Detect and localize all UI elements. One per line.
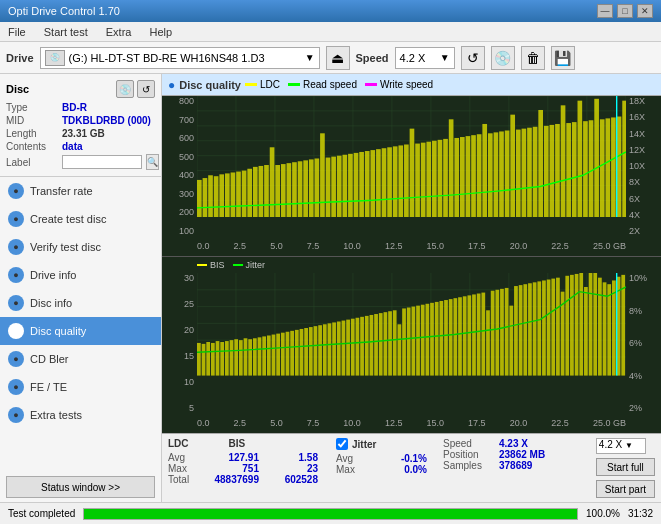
speed-label: Speed — [356, 52, 389, 64]
svg-rect-181 — [505, 288, 509, 376]
svg-rect-45 — [337, 156, 342, 218]
max-label: Max — [168, 463, 200, 474]
jitter-legend: Jitter — [233, 260, 266, 270]
svg-rect-58 — [410, 129, 415, 218]
jitter-label: Jitter — [246, 260, 266, 270]
svg-rect-206 — [621, 275, 625, 376]
svg-rect-158 — [398, 324, 402, 375]
menu-start-test[interactable]: Start test — [40, 24, 92, 40]
content-area: ● Disc quality LDC Read speed Write spee… — [162, 74, 661, 502]
drive-select[interactable]: 💿 (G:) HL-DT-ST BD-RE WH16NS48 1.D3 ▼ — [40, 47, 320, 69]
label-search-button[interactable]: 🔍 — [146, 154, 159, 170]
top-y-axis-left: 800 700 600 500 400 300 200 100 — [162, 96, 197, 236]
nav-cd-bler-label: CD Bler — [30, 353, 69, 365]
nav-cd-bler[interactable]: ● CD Bler — [0, 345, 161, 373]
svg-rect-165 — [430, 303, 434, 376]
svg-rect-167 — [439, 301, 443, 376]
nav-drive-info[interactable]: ● Drive info — [0, 261, 161, 289]
jitter-max-row: Max 0.0% — [336, 464, 427, 475]
drivebar: Drive 💿 (G:) HL-DT-ST BD-RE WH16NS48 1.D… — [0, 42, 661, 74]
status-window-button[interactable]: Status window >> — [6, 476, 155, 498]
speed-value: 4.2 X — [400, 52, 426, 64]
svg-rect-149 — [356, 318, 360, 376]
menu-file[interactable]: File — [4, 24, 30, 40]
elapsed-time: 31:32 — [628, 508, 653, 519]
max-row: Max 751 23 — [168, 463, 318, 474]
nav-transfer-rate[interactable]: ● Transfer rate — [0, 177, 161, 205]
svg-rect-78 — [522, 129, 527, 218]
nav-disc-info[interactable]: ● Disc info — [0, 289, 161, 317]
legend-top: LDC Read speed Write speed — [245, 79, 433, 90]
label-input[interactable] — [62, 155, 142, 169]
svg-rect-188 — [537, 281, 541, 375]
svg-rect-71 — [482, 124, 487, 217]
svg-rect-121 — [225, 341, 229, 376]
nav-drive-info-label: Drive info — [30, 269, 76, 281]
svg-rect-43 — [326, 158, 331, 218]
svg-rect-166 — [435, 302, 439, 376]
svg-rect-186 — [528, 283, 532, 375]
jitter-header: Jitter — [352, 439, 376, 450]
svg-rect-152 — [370, 315, 374, 376]
svg-rect-168 — [444, 300, 448, 376]
window-controls[interactable]: — □ ✕ — [597, 4, 653, 18]
svg-rect-116 — [202, 344, 206, 376]
svg-rect-22 — [208, 175, 213, 217]
menu-help[interactable]: Help — [145, 24, 176, 40]
maximize-button[interactable]: □ — [617, 4, 633, 18]
speed-row: Speed 4.23 X — [443, 438, 545, 449]
svg-rect-46 — [342, 155, 347, 217]
nav-extra-tests[interactable]: ● Extra tests — [0, 401, 161, 429]
svg-rect-190 — [547, 280, 551, 376]
speed-stat-label: Speed — [443, 438, 495, 449]
nav-create-test-disc[interactable]: ● Create test disc — [0, 205, 161, 233]
svg-rect-39 — [303, 160, 308, 217]
nav-verify-test-disc[interactable]: ● Verify test disc — [0, 233, 161, 261]
svg-rect-125 — [244, 338, 248, 375]
start-full-button[interactable]: Start full — [596, 458, 655, 476]
svg-rect-72 — [488, 133, 493, 217]
save-button[interactable]: 💾 — [551, 46, 575, 70]
titlebar: Opti Drive Control 1.70 — □ ✕ — [0, 0, 661, 22]
svg-rect-148 — [351, 319, 355, 376]
svg-rect-182 — [509, 306, 513, 376]
svg-rect-32 — [264, 165, 269, 217]
svg-rect-63 — [438, 140, 443, 217]
erase-button[interactable]: 🗑 — [521, 46, 545, 70]
svg-rect-127 — [253, 338, 257, 375]
refresh-button[interactable]: ↺ — [461, 46, 485, 70]
speed-dropdown[interactable]: 4.2 X ▼ — [596, 438, 646, 454]
eject-button[interactable]: ⏏ — [326, 46, 350, 70]
jitter-checkbox[interactable] — [336, 438, 348, 450]
svg-rect-189 — [542, 280, 546, 375]
speed-select[interactable]: 4.2 X ▼ — [395, 47, 455, 69]
drive-info-icon: ● — [8, 267, 24, 283]
svg-rect-69 — [471, 135, 476, 217]
nav-fe-te-label: FE / TE — [30, 381, 67, 393]
svg-rect-91 — [594, 99, 599, 217]
svg-rect-33 — [270, 147, 275, 217]
svg-rect-27 — [236, 172, 241, 218]
nav-disc-quality[interactable]: ● Disc quality — [0, 317, 161, 345]
svg-rect-57 — [404, 144, 409, 217]
close-button[interactable]: ✕ — [637, 4, 653, 18]
svg-rect-52 — [376, 149, 381, 217]
status-bar: Test completed 100.0% 31:32 — [0, 502, 661, 524]
legend-write-speed: Write speed — [365, 79, 433, 90]
read-speed-label: Read speed — [303, 79, 357, 90]
svg-rect-75 — [505, 131, 510, 218]
minimize-button[interactable]: — — [597, 4, 613, 18]
menu-extra[interactable]: Extra — [102, 24, 136, 40]
total-row: Total 48837699 602528 — [168, 474, 318, 485]
nav-create-test-disc-label: Create test disc — [30, 213, 106, 225]
nav-fe-te[interactable]: ● FE / TE — [0, 373, 161, 401]
svg-rect-55 — [393, 146, 398, 217]
svg-rect-173 — [467, 295, 471, 375]
disc-insert-button[interactable]: 💿 — [116, 80, 134, 98]
samples-value: 378689 — [499, 460, 532, 471]
disc-refresh-button[interactable]: ↺ — [137, 80, 155, 98]
svg-rect-68 — [466, 136, 471, 217]
start-part-button[interactable]: Start part — [596, 480, 655, 498]
disc-button[interactable]: 💿 — [491, 46, 515, 70]
max-ldc: 751 — [204, 463, 259, 474]
